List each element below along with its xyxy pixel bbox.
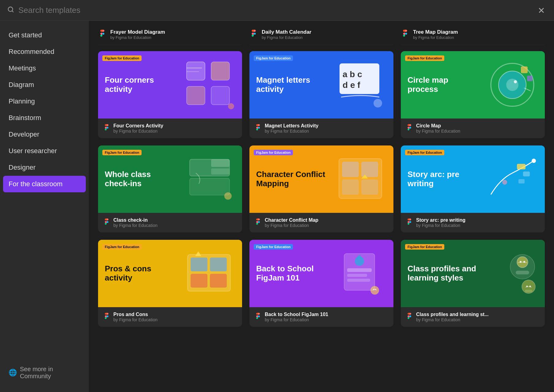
template-card-story-arc[interactable]: FigJam for Education Story arc: pre writ… — [401, 145, 545, 232]
deco-magnet-letters: a b c d e f — [329, 51, 394, 119]
card-author-whole-class: by Figma for Education — [113, 223, 157, 228]
card-info-story-arc: Story arc: pre writing by Figma for Educ… — [401, 213, 545, 232]
card-title-pros-cons: Pros & cons activity — [105, 264, 176, 283]
card-badge-character-conflict: FigJam for Education — [254, 150, 293, 155]
svg-point-15 — [506, 79, 518, 91]
svg-line-1 — [12, 11, 13, 12]
main-layout: Get started Recommended Meetings Diagram… — [0, 21, 554, 392]
card-author-class-profiles: by Figma for Education — [416, 317, 489, 322]
template-grid: FigJam for Education Four corners activi… — [98, 51, 545, 327]
svg-point-8 — [228, 103, 234, 109]
svg-point-12 — [374, 99, 382, 107]
sidebar-item-get-started[interactable]: Get started — [0, 27, 89, 43]
partial-item-frayer[interactable]: Frayer Model Diagram by Figma for Educat… — [98, 24, 242, 45]
svg-rect-44 — [347, 268, 372, 272]
svg-rect-17 — [527, 76, 533, 81]
svg-rect-28 — [361, 179, 378, 195]
card-badge-back-to-school: FigJam for Education — [254, 244, 293, 250]
svg-rect-22 — [190, 178, 230, 195]
sidebar-item-meetings[interactable]: Meetings — [0, 60, 89, 77]
card-name-class-profiles: Class profiles and learning st... — [416, 312, 489, 317]
deco-story-arc — [480, 145, 545, 213]
figma-logo-tree-map — [401, 28, 409, 40]
card-name-circle-map: Circle Map — [416, 123, 460, 129]
svg-rect-38 — [191, 274, 207, 288]
card-title-magnet-letters: Magnet letters activity — [256, 76, 328, 94]
card-text-story-arc: Story arc: pre writing by Figma for Educ… — [416, 217, 465, 228]
figma-logo-magnet-letters — [254, 123, 262, 134]
card-text-back-to-school: Back to School FigJam 101 by Figma for E… — [265, 312, 328, 322]
svg-rect-32 — [523, 172, 530, 176]
svg-rect-27 — [342, 179, 359, 195]
partial-item-daily-math[interactable]: Daily Math Calendar by Figma for Educati… — [249, 24, 393, 45]
card-info-character-conflict: Character Conflict Map by Figma for Educ… — [249, 213, 393, 232]
sidebar-item-brainstorm[interactable]: Brainstorm — [0, 110, 89, 126]
search-input[interactable] — [18, 6, 547, 15]
figma-logo-class-profiles — [406, 311, 413, 322]
search-bar: ✕ — [0, 0, 554, 21]
template-card-class-profiles[interactable]: FigJam for Education Class profiles and … — [401, 240, 545, 327]
svg-point-23 — [224, 192, 232, 200]
sidebar: Get started Recommended Meetings Diagram… — [0, 21, 89, 392]
sidebar-item-designer[interactable]: Designer — [0, 159, 89, 176]
card-name-four-corners: Four Corners Activity — [113, 123, 163, 129]
card-title-four-corners: Four corners activity — [105, 76, 176, 94]
sidebar-item-for-the-classroom[interactable]: For the classroom — [3, 176, 86, 192]
template-card-back-to-school[interactable]: FigJam for Education Back to School FigJ… — [249, 240, 393, 327]
card-badge-four-corners: FigJam for Education — [102, 55, 142, 61]
card-author-back-to-school: by Figma for Education — [265, 317, 328, 322]
svg-point-47 — [370, 286, 379, 295]
card-badge-magnet-letters: FigJam for Education — [254, 55, 293, 61]
partial-item-daily-math-author: by Figma for Education — [262, 35, 312, 40]
card-info-whole-class: Class check-in by Figma for Education — [98, 213, 242, 232]
card-author-pros-cons: by Figma for Education — [113, 317, 157, 322]
card-author-magnet-letters: by Figma for Education — [265, 129, 318, 134]
community-link[interactable]: 🌐 See more in Community — [0, 360, 89, 386]
card-name-character-conflict: Character Conflict Map — [265, 217, 318, 223]
card-text-circle-map: Circle Map by Figma for Education — [416, 123, 460, 134]
svg-rect-39 — [210, 274, 227, 288]
partial-item-tree-map-author: by Figma for Education — [413, 35, 458, 40]
card-title-circle-map: Circle map process — [408, 76, 479, 94]
partial-item-daily-math-name: Daily Math Calendar — [262, 29, 312, 35]
svg-point-52 — [520, 261, 522, 263]
svg-rect-2 — [187, 62, 205, 80]
deco-class-profiles — [480, 240, 545, 307]
svg-rect-45 — [347, 274, 367, 277]
partial-item-tree-map[interactable]: Tree Map Diagram by Figma for Education — [401, 24, 545, 45]
globe-icon: 🌐 — [9, 369, 17, 377]
template-card-circle-map[interactable]: FigJam for Education Circle map process — [401, 51, 545, 138]
figma-logo-circle-map — [406, 123, 413, 134]
card-author-four-corners: by Figma for Education — [113, 129, 163, 134]
sidebar-item-planning[interactable]: Planning — [0, 93, 89, 110]
deco-four-corners — [177, 51, 242, 119]
svg-rect-5 — [211, 86, 230, 105]
sidebar-item-diagram[interactable]: Diagram — [0, 77, 89, 93]
svg-rect-20 — [211, 159, 230, 167]
template-card-magnet-letters[interactable]: FigJam for Education Magnet letters acti… — [249, 51, 393, 138]
card-author-character-conflict: by Figma for Education — [265, 223, 318, 228]
figma-logo-character-conflict — [254, 217, 262, 228]
template-card-pros-cons[interactable]: FigJam for Education Pros & cons activit… — [98, 240, 242, 327]
card-name-magnet-letters: Magnet Letters Activity — [265, 123, 318, 129]
close-button[interactable]: ✕ — [538, 5, 545, 15]
deco-pros-cons — [177, 240, 242, 307]
figma-logo-pros-cons — [103, 311, 110, 322]
card-author-story-arc: by Figma for Education — [416, 223, 465, 228]
svg-rect-37 — [210, 258, 227, 271]
card-badge-pros-cons: FigJam for Education — [102, 244, 142, 250]
svg-rect-46 — [347, 279, 370, 282]
card-badge-whole-class: FigJam for Education — [102, 150, 142, 155]
sidebar-item-recommended[interactable]: Recommended — [0, 43, 89, 60]
svg-rect-4 — [187, 86, 205, 105]
svg-point-18 — [514, 80, 517, 83]
template-card-whole-class[interactable]: FigJam for Education Whole class check-i… — [98, 145, 242, 232]
template-card-four-corners[interactable]: FigJam for Education Four corners activi… — [98, 51, 242, 138]
card-info-class-profiles: Class profiles and learning st... by Fig… — [401, 307, 545, 327]
card-title-class-profiles: Class profiles and learning styles — [408, 264, 479, 283]
template-card-character-conflict[interactable]: FigJam for Education Character Conflict … — [249, 145, 393, 232]
sidebar-item-developer[interactable]: Developer — [0, 126, 89, 143]
card-text-pros-cons: Pros and Cons by Figma for Education — [113, 312, 157, 322]
sidebar-item-user-researcher[interactable]: User researcher — [0, 143, 89, 159]
svg-rect-58 — [525, 290, 532, 292]
